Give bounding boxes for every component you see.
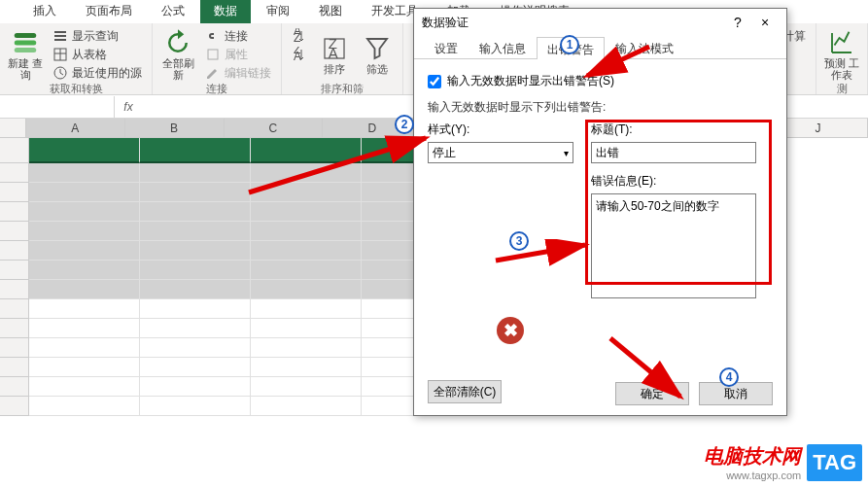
- column-header[interactable]: C: [225, 119, 324, 137]
- dialog-body: 输入无效数据时显示出错警告(S) 输入无效数据时显示下列出错警告: 样式(Y):…: [414, 59, 786, 380]
- name-box[interactable]: [0, 96, 115, 118]
- style-label: 样式(Y):: [428, 122, 573, 138]
- cancel-button[interactable]: 取消: [699, 382, 773, 405]
- style-value: 停止: [433, 145, 456, 161]
- svg-rect-10: [208, 50, 218, 59]
- link-icon: [205, 28, 221, 44]
- dialog-titlebar[interactable]: 数据验证 ? ×: [414, 9, 786, 36]
- edit-links-button[interactable]: 编辑链接: [201, 64, 275, 82]
- dialog-title: 数据验证: [422, 15, 724, 31]
- ribbon-tab-insert[interactable]: 插入: [19, 0, 70, 23]
- fx-button[interactable]: fx: [115, 100, 142, 114]
- sort-button[interactable]: ZA 排序: [315, 27, 354, 82]
- props-icon: [205, 47, 221, 62]
- error-label: 错误信息(E):: [591, 173, 756, 190]
- sort-icon: ZA: [320, 34, 349, 63]
- group-get-transform: 新建 查询 显示查询 从表格 最近使用的源 获取和转换: [0, 23, 153, 94]
- sort-asc-button[interactable]: AZ: [288, 27, 311, 45]
- svg-text:Z: Z: [294, 31, 300, 44]
- group-label: 排序和筛: [288, 82, 397, 98]
- show-queries-button[interactable]: 显示查询: [49, 27, 146, 45]
- group-forecast: 预测 工作表 测: [816, 23, 868, 94]
- svg-rect-0: [15, 33, 37, 38]
- refresh-icon: [163, 28, 192, 57]
- svg-rect-2: [15, 48, 37, 52]
- ribbon-tab-review[interactable]: 审阅: [253, 0, 303, 23]
- edit-link-icon: [205, 65, 221, 81]
- column-header[interactable]: B: [125, 119, 225, 137]
- group-label: 连接: [158, 82, 275, 98]
- recent-icon: [52, 65, 68, 81]
- title-input[interactable]: [591, 142, 756, 163]
- chevron-down-icon: ▾: [564, 148, 569, 158]
- svg-text:A: A: [329, 45, 338, 61]
- watermark-link: www.tagxp.com: [704, 470, 801, 481]
- ok-button[interactable]: 确定: [615, 382, 689, 405]
- group-label: 测: [822, 82, 861, 98]
- show-alert-label: 输入无效数据时显示出错警告(S): [447, 73, 614, 89]
- properties-button[interactable]: 属性: [201, 46, 275, 63]
- clear-all-button[interactable]: 全部清除(C): [428, 380, 502, 403]
- forecast-sheet-button[interactable]: 预测 工作表: [822, 27, 861, 82]
- group-connections: 全部刷新 连接 属性 编辑链接 连接: [153, 23, 282, 94]
- tab-ime-mode[interactable]: 输入法模式: [605, 36, 684, 58]
- list-icon: [52, 28, 68, 44]
- table-icon: [52, 47, 68, 62]
- from-table-button[interactable]: 从表格: [49, 46, 146, 63]
- svg-rect-5: [54, 39, 66, 41]
- ribbon-tab-formulas[interactable]: 公式: [148, 0, 198, 23]
- sort-desc-icon: ZA: [292, 47, 307, 62]
- ribbon-tab-view[interactable]: 视图: [305, 0, 356, 23]
- database-icon: [11, 28, 40, 57]
- tab-settings[interactable]: 设置: [424, 36, 469, 58]
- data-validation-dialog: 数据验证 ? × 设置 输入信息 出错警告 输入法模式 输入无效数据时显示出错警…: [413, 8, 787, 416]
- stop-icon: ✖: [497, 317, 524, 344]
- ribbon-tab-layout[interactable]: 页面布局: [72, 0, 146, 23]
- help-button[interactable]: ?: [724, 15, 751, 30]
- annotation-badge-1: 1: [560, 35, 579, 54]
- title-label: 标题(T):: [591, 122, 756, 138]
- svg-rect-4: [54, 35, 66, 37]
- connections-button[interactable]: 连接: [201, 27, 275, 45]
- annotation-badge-4: 4: [719, 367, 739, 387]
- refresh-all-button[interactable]: 全部刷新: [158, 27, 197, 82]
- filter-button[interactable]: 筛选: [358, 27, 397, 82]
- watermark: 电脑技术网 www.tagxp.com TAG: [704, 443, 862, 481]
- group-sort-filter: AZ ZA ZA 排序 筛选 排序和筛: [282, 23, 403, 94]
- annotation-badge-2: 2: [395, 115, 414, 134]
- watermark-brand: 电脑技术网: [704, 443, 801, 470]
- svg-rect-3: [54, 31, 66, 33]
- select-all-corner[interactable]: [0, 119, 26, 137]
- svg-rect-1: [15, 40, 37, 45]
- svg-text:A: A: [294, 50, 301, 62]
- column-header[interactable]: A: [26, 119, 125, 137]
- sort-desc-button[interactable]: ZA: [288, 46, 311, 63]
- recent-sources-button[interactable]: 最近使用的源: [49, 64, 146, 82]
- tab-input-message[interactable]: 输入信息: [469, 36, 537, 58]
- filter-icon: [363, 34, 392, 63]
- error-message-input[interactable]: 请输入50-70之间的数字: [591, 193, 756, 298]
- new-query-button[interactable]: 新建 查询: [6, 27, 45, 82]
- close-button[interactable]: ×: [751, 15, 779, 30]
- ribbon-tab-data[interactable]: 数据: [200, 0, 251, 23]
- style-select[interactable]: 停止 ▾: [428, 142, 573, 163]
- chart-icon: [827, 28, 856, 57]
- subhead: 输入无效数据时显示下列出错警告:: [428, 99, 773, 116]
- annotation-badge-3: 3: [509, 231, 529, 251]
- group-label: 获取和转换: [6, 82, 146, 98]
- watermark-tag: TAG: [807, 444, 862, 481]
- sort-asc-icon: AZ: [292, 28, 307, 44]
- show-alert-checkbox[interactable]: [428, 75, 441, 88]
- dialog-tabs: 设置 输入信息 出错警告 输入法模式: [414, 36, 786, 59]
